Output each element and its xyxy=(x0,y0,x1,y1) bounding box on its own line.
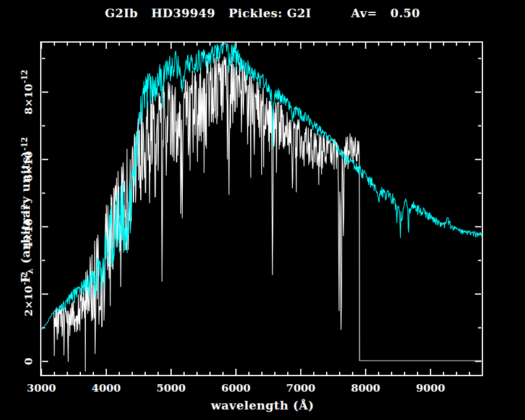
plot-frame xyxy=(41,42,482,376)
y-axis-label: Fλ (arbitrary units) xyxy=(19,151,35,283)
x-tick-label: 3000 xyxy=(27,382,56,394)
x-tick-label: 8000 xyxy=(351,382,380,394)
y-tick-label: 8×10-12 xyxy=(20,70,35,114)
x-tick-label: 4000 xyxy=(91,382,120,394)
x-tick-label: 6000 xyxy=(221,382,250,394)
x-tick-label: 9000 xyxy=(416,382,445,394)
y-tick-label: 0 xyxy=(22,358,35,365)
y-axis-label-main: F xyxy=(19,274,32,283)
y-tick-text: 8×10-12 xyxy=(20,70,35,114)
template-spectrum-line xyxy=(41,44,482,330)
x-axis-label: wavelength (Å) xyxy=(0,398,525,412)
spectral-plot-window: G2Ib HD39949 Pickles: G2I Av= 0.50 30004… xyxy=(0,0,525,420)
x-tick-label: 7000 xyxy=(286,382,315,394)
spectrum-plot: 300040005000600070008000900002×10-124×10… xyxy=(0,0,525,420)
x-tick-label: 5000 xyxy=(156,382,185,394)
y-axis-label-sub: λ xyxy=(25,268,35,274)
y-axis-label-rest: (arbitrary units) xyxy=(19,151,32,268)
y-tick-text: 0 xyxy=(22,358,35,365)
